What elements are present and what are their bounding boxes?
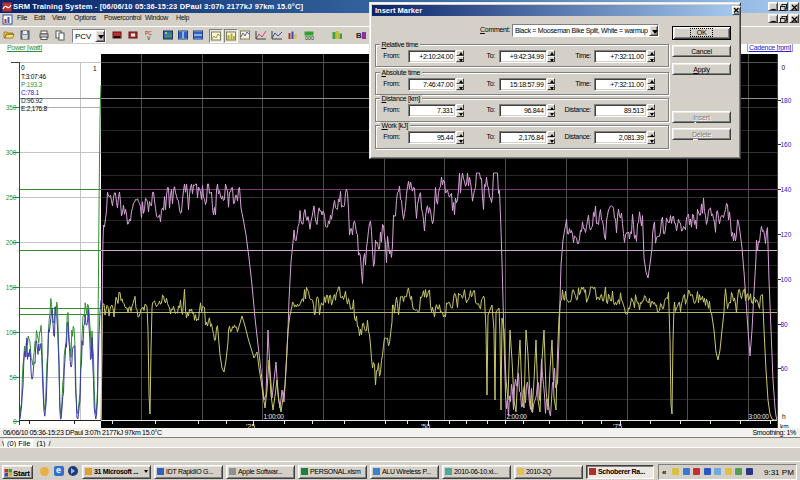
svg-text:T:3:07:46: T:3:07:46 [21, 73, 47, 80]
svg-text:P:193.3: P:193.3 [21, 81, 43, 88]
svg-text:120: 120 [781, 231, 792, 238]
svg-text:C:78.1: C:78.1 [21, 89, 40, 96]
svg-text:D:96.92: D:96.92 [21, 97, 43, 104]
svg-text:2:00:00: 2:00:00 [507, 413, 528, 420]
svg-text:180: 180 [781, 97, 792, 104]
svg-text:000: 000 [305, 35, 314, 41]
svg-text:B: B [356, 31, 362, 40]
svg-text:1:00:00: 1:00:00 [264, 413, 285, 420]
svg-text:60: 60 [781, 365, 789, 372]
svg-text:1: 1 [93, 65, 97, 72]
svg-text:100: 100 [781, 276, 792, 283]
svg-text:h: h [782, 413, 786, 420]
svg-text:3:00:00: 3:00:00 [749, 413, 770, 420]
svg-text:160: 160 [781, 141, 792, 148]
svg-text:0: 0 [782, 64, 786, 71]
svg-text:0: 0 [21, 64, 25, 71]
svg-text:140: 140 [781, 186, 792, 193]
svg-text:80: 80 [781, 321, 789, 328]
svg-text:E:2,176.8: E:2,176.8 [21, 105, 48, 112]
